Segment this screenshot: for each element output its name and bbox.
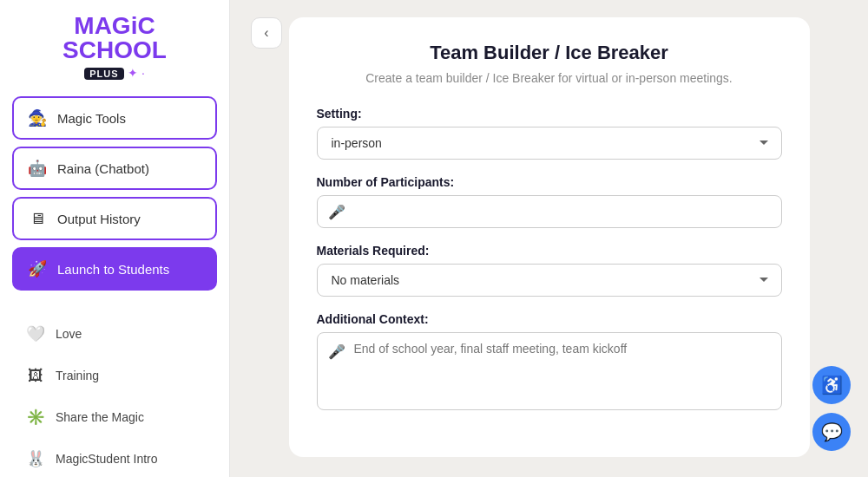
participants-input[interactable] [317,195,782,228]
context-mic-icon: 🎤 [328,343,345,360]
logo-line1: MAGiC [62,14,167,38]
secondary-nav: 🤍 Love 🖼 Training ✳️ Share the Magic 🐰 M… [12,315,217,477]
sidebar-item-raina[interactable]: 🤖 Raina (Chatbot) [12,147,217,190]
main-content: ‹ Team Builder / Ice Breaker Create a te… [230,0,868,477]
back-button[interactable]: ‹ [251,17,282,49]
logo-line2: SCHOOL [62,38,167,62]
share-icon: ✳️ [24,406,47,428]
context-group: Additional Context: 🎤 [317,312,782,414]
sidebar: MAGiC SCHOOL PLUS ✦ · 🧙 Magic Tools 🤖 Ra… [0,0,230,477]
participants-label: Number of Participants: [317,175,782,189]
form-title: Team Builder / Ice Breaker [317,42,782,64]
raina-icon: 🤖 [26,157,49,180]
output-history-label: Output History [57,212,141,226]
magic-tools-label: Magic Tools [57,111,126,126]
logo-plus-badge: PLUS [84,68,123,80]
setting-select[interactable]: in-person virtual hybrid [317,127,782,160]
primary-nav: 🧙 Magic Tools 🤖 Raina (Chatbot) 🖥 Output… [12,96,217,291]
materials-label: Materials Required: [317,244,782,258]
form-subtitle: Create a team builder / Ice Breaker for … [317,69,782,88]
training-label: Training [56,369,99,382]
participants-input-wrap: 🎤 [317,195,782,228]
context-textarea[interactable] [317,332,782,410]
chat-icon: 💬 [821,421,843,442]
back-chevron-icon: ‹ [264,25,268,41]
logo-dots: ✦ · [128,66,145,80]
launch-icon: 🚀 [26,258,49,280]
sidebar-item-magic-tools[interactable]: 🧙 Magic Tools [12,96,217,140]
sidebar-item-training[interactable]: 🖼 Training [12,356,217,395]
context-label: Additional Context: [317,312,782,326]
launch-label: Launch to Students [57,262,169,277]
sidebar-item-magicstudent-intro[interactable]: 🐰 MagicStudent Intro [12,440,217,477]
setting-label: Setting: [317,107,782,121]
accessibility-fab[interactable]: ♿ [812,366,851,404]
materials-group: Materials Required: No materials Paper W… [317,244,782,297]
form-card: Team Builder / Ice Breaker Create a team… [289,17,810,457]
chat-fab[interactable]: 💬 [812,413,851,451]
love-icon: 🤍 [24,323,47,345]
magicstudent-label: MagicStudent Intro [56,452,158,466]
output-history-icon: 🖥 [26,207,49,230]
fab-area: ♿ 💬 [812,366,851,451]
materials-select[interactable]: No materials Paper Whiteboard Devices [317,264,782,297]
accessibility-icon: ♿ [821,375,843,395]
training-icon: 🖼 [24,364,47,387]
participants-group: Number of Participants: 🎤 [317,175,782,228]
magicstudent-icon: 🐰 [24,448,47,470]
magic-tools-icon: 🧙 [26,107,49,129]
context-textarea-wrap: 🎤 [317,332,782,414]
love-label: Love [56,327,82,341]
sidebar-item-output-history[interactable]: 🖥 Output History [12,197,217,240]
sidebar-item-launch-to-students[interactable]: 🚀 Launch to Students [12,247,217,291]
participants-mic-icon: 🎤 [328,204,345,220]
setting-group: Setting: in-person virtual hybrid [317,107,782,160]
sidebar-item-share-the-magic[interactable]: ✳️ Share the Magic [12,398,217,436]
share-label: Share the Magic [56,410,144,424]
sidebar-item-love[interactable]: 🤍 Love [12,315,217,353]
raina-label: Raina (Chatbot) [57,161,149,176]
logo: MAGiC SCHOOL PLUS ✦ · [12,14,217,81]
